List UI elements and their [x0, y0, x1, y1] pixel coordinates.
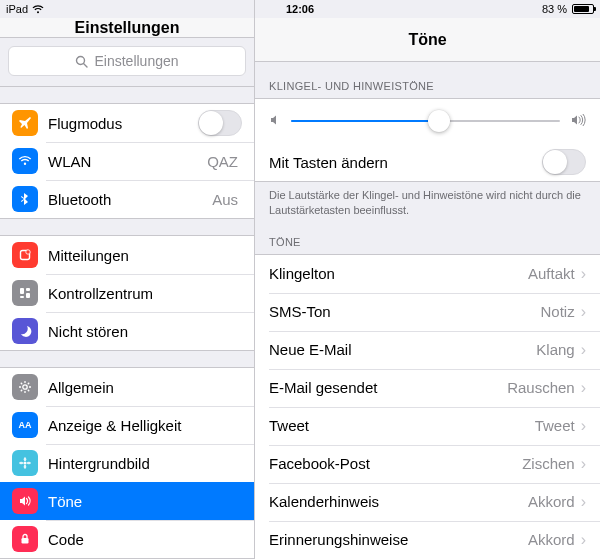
- sidebar-item-label: Nicht stören: [48, 323, 242, 340]
- tone-row[interactable]: KalenderhinweisAkkord›: [255, 483, 600, 521]
- airplane-icon: [12, 110, 38, 136]
- search-input[interactable]: Einstellungen: [8, 46, 246, 76]
- tone-value: Zischen: [522, 455, 575, 472]
- sidebar-item-label: Hintergrundbild: [48, 455, 242, 472]
- tone-label: SMS-Ton: [269, 303, 540, 320]
- svg-rect-6: [20, 296, 24, 298]
- sidebar-item-general[interactable]: Allgemein: [0, 368, 254, 406]
- svg-point-20: [24, 465, 27, 469]
- sidebar-item-label: Code: [48, 531, 242, 548]
- sidebar-item-label: Allgemein: [48, 379, 242, 396]
- tone-label: Tweet: [269, 417, 535, 434]
- change-with-buttons-switch[interactable]: [542, 149, 586, 175]
- svg-line-13: [21, 383, 22, 384]
- bluetooth-icon: [12, 186, 38, 212]
- change-with-buttons-label: Mit Tasten ändern: [269, 154, 542, 171]
- volume-high-icon: [570, 113, 586, 129]
- svg-point-22: [27, 462, 31, 465]
- svg-rect-23: [22, 538, 29, 544]
- chevron-right-icon: ›: [581, 493, 586, 511]
- sidebar-item-wlan[interactable]: WLANQAZ: [0, 142, 254, 180]
- ringer-volume-row: [255, 99, 600, 143]
- sidebar-item-detail: QAZ: [207, 153, 238, 170]
- status-bar: iPad 12:06 83 %: [0, 0, 600, 18]
- ringer-volume-slider[interactable]: [291, 109, 560, 133]
- tone-value: Auftakt: [528, 265, 575, 282]
- wallpaper-icon: [12, 450, 38, 476]
- section-label-tones: TÖNE: [255, 218, 600, 254]
- sidebar-item-passcode[interactable]: Code: [0, 520, 254, 558]
- svg-point-8: [23, 385, 27, 389]
- svg-point-19: [24, 457, 27, 461]
- sidebar-item-dnd[interactable]: Nicht stören: [0, 312, 254, 350]
- svg-text:AA: AA: [19, 420, 32, 430]
- sidebar-title: Einstellungen: [0, 18, 254, 38]
- svg-line-1: [84, 63, 88, 67]
- section-label-ringer: KLINGEL- UND HINWEISTÖNE: [255, 62, 600, 98]
- tone-label: Neue E-Mail: [269, 341, 536, 358]
- tone-row[interactable]: TweetTweet›: [255, 407, 600, 445]
- sidebar-item-airplane[interactable]: Flugmodus: [0, 104, 254, 142]
- svg-rect-7: [26, 293, 30, 298]
- detail-pane: Töne KLINGEL- UND HINWEISTÖNE Mit Tasten…: [255, 0, 600, 559]
- dnd-icon: [12, 318, 38, 344]
- chevron-right-icon: ›: [581, 455, 586, 473]
- sidebar-item-display[interactable]: AAAnzeige & Helligkeit: [0, 406, 254, 444]
- tone-label: Kalenderhinweis: [269, 493, 528, 510]
- airplane-switch[interactable]: [198, 110, 242, 136]
- sidebar-item-detail: Aus: [212, 191, 238, 208]
- sidebar-item-label: Bluetooth: [48, 191, 212, 208]
- battery-icon: [572, 4, 594, 14]
- sidebar-item-label: Kontrollzentrum: [48, 285, 242, 302]
- search-placeholder: Einstellungen: [94, 53, 178, 69]
- tone-row[interactable]: Neue E-MailKlang›: [255, 331, 600, 369]
- settings-sidebar: Einstellungen Einstellungen FlugmodusWLA…: [0, 0, 255, 559]
- notifications-icon: [12, 242, 38, 268]
- sidebar-item-controlcenter[interactable]: Kontrollzentrum: [0, 274, 254, 312]
- sidebar-item-label: WLAN: [48, 153, 207, 170]
- sounds-icon: [12, 488, 38, 514]
- volume-low-icon: [269, 113, 281, 129]
- tone-label: E-Mail gesendet: [269, 379, 507, 396]
- tone-row[interactable]: KlingeltonAuftakt›: [255, 255, 600, 293]
- svg-point-18: [23, 461, 26, 464]
- chevron-right-icon: ›: [581, 379, 586, 397]
- detail-title: Töne: [255, 18, 600, 62]
- tone-value: Akkord: [528, 531, 575, 548]
- device-label: iPad: [6, 3, 28, 15]
- tone-label: Erinnerungshinweise: [269, 531, 528, 548]
- display-icon: AA: [12, 412, 38, 438]
- controlcenter-icon: [12, 280, 38, 306]
- tone-value: Notiz: [540, 303, 574, 320]
- tone-label: Klingelton: [269, 265, 528, 282]
- clock: 12:06: [286, 3, 314, 15]
- tone-row[interactable]: Facebook-PostZischen›: [255, 445, 600, 483]
- sidebar-item-bluetooth[interactable]: BluetoothAus: [0, 180, 254, 218]
- svg-point-21: [19, 462, 23, 465]
- chevron-right-icon: ›: [581, 265, 586, 283]
- battery-percent: 83 %: [542, 3, 567, 15]
- sidebar-item-label: Flugmodus: [48, 115, 198, 132]
- tone-row[interactable]: ErinnerungshinweiseAkkord›: [255, 521, 600, 559]
- search-icon: [75, 55, 88, 68]
- wlan-icon: [12, 148, 38, 174]
- chevron-right-icon: ›: [581, 531, 586, 549]
- svg-rect-5: [26, 288, 30, 291]
- sidebar-item-notifications[interactable]: Mitteilungen: [0, 236, 254, 274]
- wifi-status-icon: [32, 5, 44, 14]
- tone-label: Facebook-Post: [269, 455, 522, 472]
- chevron-right-icon: ›: [581, 341, 586, 359]
- svg-rect-4: [20, 288, 24, 294]
- svg-line-14: [28, 390, 29, 391]
- tone-row[interactable]: SMS-TonNotiz›: [255, 293, 600, 331]
- sidebar-item-wallpaper[interactable]: Hintergrundbild: [0, 444, 254, 482]
- change-with-buttons-row: Mit Tasten ändern: [255, 143, 600, 181]
- tone-value: Akkord: [528, 493, 575, 510]
- tone-row[interactable]: E-Mail gesendetRauschen›: [255, 369, 600, 407]
- svg-point-3: [26, 250, 30, 254]
- sidebar-item-label: Mitteilungen: [48, 247, 242, 264]
- sidebar-item-sounds[interactable]: Töne: [0, 482, 254, 520]
- tone-value: Klang: [536, 341, 574, 358]
- chevron-right-icon: ›: [581, 417, 586, 435]
- svg-line-16: [21, 390, 22, 391]
